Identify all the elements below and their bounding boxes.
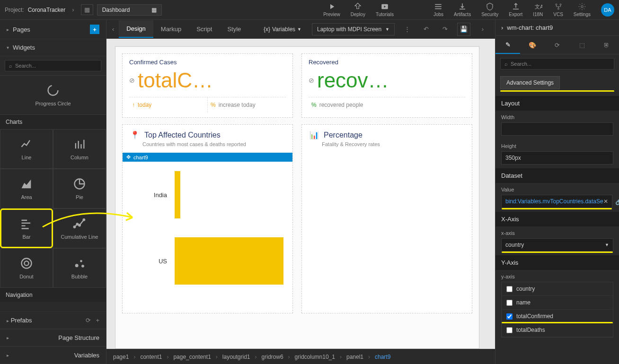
widget-bar-chart[interactable]: Bar <box>0 208 53 248</box>
add-page-button[interactable]: + <box>90 25 99 34</box>
save-icon[interactable]: 💾 <box>457 23 470 36</box>
panel-title: 📍Top Affected Countries <box>130 130 285 139</box>
advanced-settings-button[interactable]: Advanced Settings <box>500 76 560 89</box>
avatar[interactable]: DA <box>601 3 614 17</box>
navigation-header: Navigation <box>0 288 106 302</box>
svg-point-12 <box>22 259 32 269</box>
page-structure-section[interactable]: ▸Page Structure <box>0 329 106 347</box>
properties-tab-style[interactable]: 🎨 <box>520 36 545 54</box>
clear-icon[interactable]: ✕ <box>603 198 608 205</box>
breadcrumb-item[interactable]: page1 <box>113 354 129 360</box>
breadcrumb-item[interactable]: content1 <box>140 354 162 360</box>
chart-bar-row: US <box>127 237 288 285</box>
widget-progress-circle[interactable]: Progress Circle <box>0 75 106 115</box>
jobs-button[interactable]: Jobs <box>433 2 443 17</box>
i18n-button[interactable]: 文A I18N <box>533 2 543 17</box>
collapse-left-icon[interactable]: ‹ <box>112 26 114 33</box>
settings-button[interactable]: Settings <box>574 2 591 17</box>
export-button[interactable]: Export <box>509 2 522 17</box>
variables-button[interactable]: {x}Variables▼ <box>259 24 306 35</box>
shield-icon: ⛨ <box>603 42 610 49</box>
recovered-card[interactable]: Recovered ⊘recov… %recovered people <box>301 53 472 118</box>
tab-design[interactable]: Design <box>119 20 153 38</box>
checkbox[interactable] <box>506 286 513 292</box>
selection-indicator[interactable]: ✥chart9 <box>123 153 292 162</box>
tutorials-button[interactable]: Tutorials <box>376 2 394 17</box>
link-icon[interactable]: 🔗 <box>615 198 619 205</box>
checkbox[interactable] <box>506 313 513 320</box>
breadcrumb-item[interactable]: gridcolumn10_1 <box>295 354 335 360</box>
security-button[interactable]: Security <box>481 2 498 17</box>
yaxis-section-header: Y-Axis <box>495 255 619 270</box>
dashboard-button[interactable]: Dashboard ▦ <box>97 4 162 16</box>
value-label: Value <box>501 187 613 192</box>
breadcrumb-item[interactable]: panel1 <box>346 354 363 360</box>
breadcrumb-item[interactable]: gridrow6 <box>262 354 283 360</box>
breadcrumb-item[interactable]: chart9 <box>375 354 390 360</box>
breadcrumb-item[interactable]: page_content1 <box>173 354 211 360</box>
chevron-right-icon: › <box>288 354 290 360</box>
width-input[interactable] <box>501 122 613 136</box>
preview-button[interactable]: Preview <box>323 2 340 17</box>
pages-section[interactable]: ▸ Pages + <box>0 20 106 39</box>
more-icon[interactable]: ⋮ <box>400 23 414 36</box>
chevron-right-icon: › <box>340 354 342 360</box>
variables-section[interactable]: ▸Variables <box>0 347 106 364</box>
undo-icon[interactable]: ↶ <box>419 23 433 36</box>
svg-point-8 <box>74 226 76 228</box>
value-binding-input[interactable]: bind:Variables.mvTopCountries.dataSe ✕ <box>501 195 612 208</box>
checkbox[interactable] <box>506 327 513 333</box>
height-input[interactable] <box>501 151 613 165</box>
checkbox[interactable] <box>506 300 513 306</box>
widget-donut-chart[interactable]: Donut <box>0 248 53 288</box>
prefabs-section[interactable]: ▸ Prefabs ⟳+ <box>0 312 106 329</box>
properties-tab-security[interactable]: ⛨ <box>594 36 619 54</box>
tab-markup[interactable]: Markup <box>153 21 189 37</box>
properties-panel: › wm-chart: chart9 ✎ 🎨 ⟳ ⬚ ⛨ ⌕ Search...… <box>495 20 619 364</box>
percentage-panel[interactable]: 📊Percentage Fatality & Recovery rates <box>301 124 472 313</box>
device-selector[interactable]: Laptop with MDPI Screen▼ <box>312 23 395 35</box>
widget-search[interactable]: ⌕ Search... <box>5 60 101 71</box>
widget-bubble-chart[interactable]: Bubble <box>53 248 106 288</box>
properties-tab-basic[interactable]: ✎ <box>495 36 520 54</box>
refresh-icon[interactable]: ⟳ <box>86 317 91 324</box>
vcs-button[interactable]: VCS <box>553 2 563 17</box>
widget-line-chart[interactable]: Line <box>0 129 53 169</box>
yaxis-option[interactable]: totalConfirmed <box>502 310 613 323</box>
svg-point-4 <box>557 8 559 9</box>
svg-point-9 <box>77 223 79 225</box>
artifacts-button[interactable]: Artifacts <box>454 2 471 17</box>
page-select-icon[interactable]: ▦ <box>81 4 93 15</box>
svg-point-5 <box>581 6 584 8</box>
chevron-right-icon: › <box>133 354 135 360</box>
redo-icon[interactable]: ↷ <box>438 23 451 36</box>
collapse-right-icon[interactable]: › <box>476 23 489 36</box>
deploy-button[interactable]: Deploy <box>351 2 365 17</box>
widgets-section[interactable]: ▾ Widgets <box>0 39 106 56</box>
confirmed-cases-card[interactable]: Confirmed Cases ⊘totalC… ↑today %increas… <box>122 53 293 118</box>
canvas[interactable]: Confirmed Cases ⊘totalC… ↑today %increas… <box>115 46 479 349</box>
widget-pie-chart[interactable]: Pie <box>53 169 106 208</box>
top-affected-panel[interactable]: 📍Top Affected Countries Countries with m… <box>122 124 293 313</box>
yaxis-option[interactable]: name <box>502 296 613 310</box>
widget-area-chart[interactable]: Area <box>0 169 53 208</box>
xaxis-select[interactable]: country▼ <box>501 238 613 251</box>
chevron-right-icon[interactable]: › <box>501 24 503 31</box>
tab-script[interactable]: Script <box>189 21 220 37</box>
add-icon[interactable]: + <box>96 317 99 324</box>
chevron-right-icon: › <box>216 354 218 360</box>
chart9[interactable]: IndiaUS <box>123 162 292 313</box>
chart-bar <box>175 237 283 285</box>
svg-point-6 <box>48 86 58 95</box>
yaxis-option[interactable]: country <box>502 282 613 296</box>
properties-tab-events[interactable]: ⟳ <box>545 36 569 54</box>
grid-icon: ▦ <box>151 7 157 13</box>
properties-tab-device[interactable]: ⬚ <box>570 36 594 54</box>
widget-column-chart[interactable]: Column <box>53 129 106 169</box>
yaxis-option[interactable]: totalDeaths <box>502 323 613 337</box>
breadcrumb-item[interactable]: layoutgrid1 <box>222 354 250 360</box>
tab-style[interactable]: Style <box>220 21 248 37</box>
pencil-icon: ✎ <box>505 41 511 48</box>
properties-search[interactable]: ⌕ Search... <box>500 58 614 69</box>
widget-cumulative-line-chart[interactable]: Cumulative Line <box>53 208 106 248</box>
